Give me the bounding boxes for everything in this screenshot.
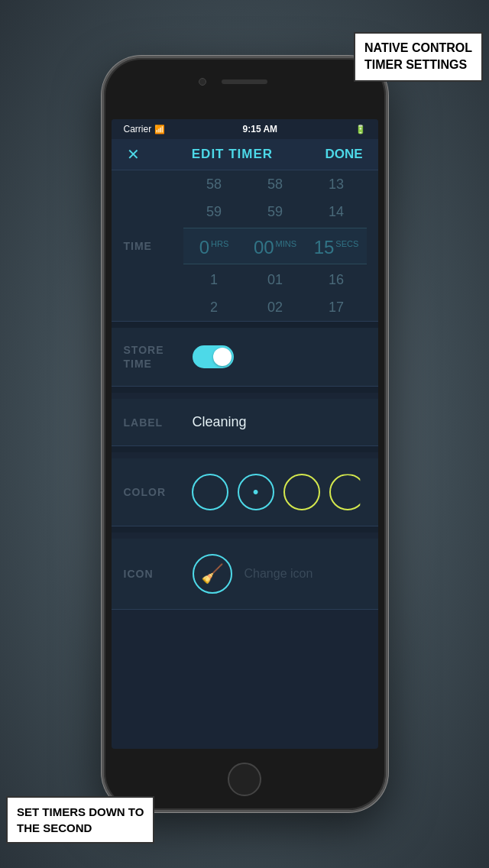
- battery-icon: 🔋: [355, 125, 366, 134]
- time-section: TIME 58 59 0HRS 1 2 58 59: [112, 170, 378, 322]
- phone-camera: [199, 78, 206, 86]
- color-swatch-2[interactable]: [238, 474, 274, 510]
- broom-icon: 🧹: [201, 563, 224, 585]
- picker-item-selected: 15SECS: [306, 225, 367, 266]
- label-value[interactable]: Cleaning: [193, 414, 247, 430]
- phone-home-button[interactable]: [228, 763, 261, 796]
- annotation-top: Native CONTROL TImER Settings: [354, 32, 483, 82]
- picker-item: 01: [244, 266, 306, 293]
- color-swatch-1[interactable]: [192, 474, 228, 510]
- timer-icon-circle[interactable]: 🧹: [193, 554, 232, 594]
- status-bar: Carrier 📶 9:15 AM 🔋: [112, 119, 378, 139]
- color-swatch-4[interactable]: [329, 474, 366, 510]
- picker-item: 02: [244, 293, 306, 321]
- icon-label: ICON: [124, 568, 193, 580]
- picker-item: 58: [183, 170, 244, 198]
- color-section: COLOR: [112, 458, 378, 526]
- hours-picker[interactable]: 58 59 0HRS 1 2: [183, 170, 244, 321]
- separator: [112, 446, 378, 452]
- time-picker[interactable]: 58 59 0HRS 1 2 58 59 00MINS 01: [173, 170, 378, 321]
- picker-item: 58: [244, 170, 306, 198]
- change-icon-link[interactable]: Change icon: [244, 567, 313, 581]
- separator: [112, 387, 378, 393]
- seconds-picker[interactable]: 13 14 15SECS 16 17: [306, 170, 367, 321]
- toggle-thumb: [213, 348, 232, 366]
- color-label: COLOR: [124, 486, 192, 498]
- separator: [112, 526, 378, 533]
- color-swatch-3[interactable]: [283, 474, 320, 510]
- phone-frame: Carrier 📶 9:15 AM 🔋 ✕ EDIT TIMER DONE TI…: [102, 56, 388, 812]
- picker-item: 2: [183, 293, 244, 321]
- picker-item: 16: [306, 266, 367, 293]
- phone-speaker: [222, 79, 267, 84]
- minutes-picker[interactable]: 58 59 00MINS 01 02: [244, 170, 306, 321]
- label-field-label: LABEL: [124, 416, 193, 429]
- picker-item: 59: [244, 198, 306, 225]
- icon-section: ICON 🧹 Change icon: [112, 539, 378, 610]
- carrier-label: Carrier 📶: [124, 124, 166, 134]
- store-time-toggle[interactable]: [193, 345, 234, 368]
- picker-item-selected: 0HRS: [183, 225, 244, 266]
- picker-item: 14: [306, 198, 367, 225]
- time-label: TIME: [112, 225, 173, 267]
- close-button[interactable]: ✕: [127, 145, 140, 164]
- phone-screen: Carrier 📶 9:15 AM 🔋 ✕ EDIT TIMER DONE TI…: [112, 119, 378, 749]
- picker-item: 59: [183, 198, 244, 225]
- label-section: LABEL Cleaning: [112, 399, 378, 446]
- done-button[interactable]: DONE: [325, 147, 362, 162]
- separator: [112, 322, 378, 328]
- store-time-section: STORETIME: [112, 328, 378, 387]
- picker-item: 17: [306, 293, 367, 321]
- page-title: EDIT TIMER: [192, 147, 273, 162]
- status-time: 9:15 AM: [243, 124, 278, 134]
- edit-timer-header: ✕ EDIT TIMER DONE: [112, 139, 378, 170]
- store-time-label: STORETIME: [124, 343, 193, 371]
- color-swatches: [192, 474, 366, 510]
- wifi-icon: 📶: [154, 125, 165, 134]
- annotation-bottom: SET TIMERS DOWN TO THE SECOND: [6, 796, 154, 844]
- picker-item-selected: 00MINS: [244, 225, 306, 266]
- picker-item: 13: [306, 170, 367, 198]
- picker-item: 1: [183, 266, 244, 293]
